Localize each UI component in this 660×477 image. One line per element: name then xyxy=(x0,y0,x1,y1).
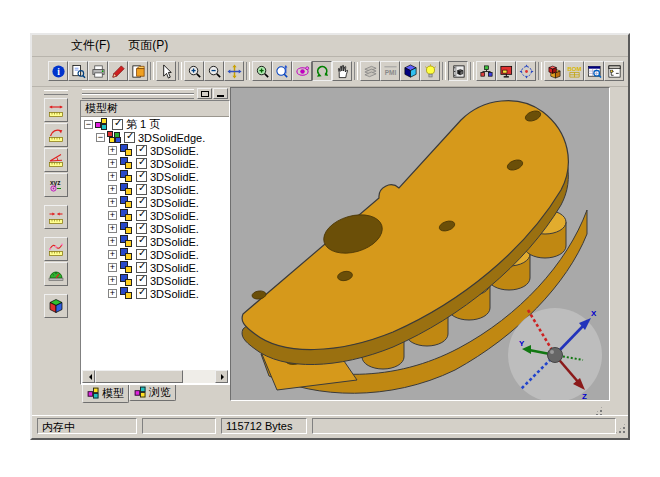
render-mode-button[interactable] xyxy=(400,61,420,81)
info-button[interactable]: i xyxy=(48,61,68,81)
menu-file[interactable]: 文件(F) xyxy=(62,35,119,56)
toolbar-gripper[interactable] xyxy=(44,90,68,95)
visibility-checkbox[interactable] xyxy=(136,249,147,260)
zoom-out-button[interactable] xyxy=(204,61,224,81)
pan-hand-button[interactable] xyxy=(332,61,352,81)
tree-row-assembly[interactable]: 3DSolidEdge. xyxy=(81,131,229,144)
collapse-icon[interactable] xyxy=(96,133,105,142)
tree-row-part[interactable]: 3DSolidE. xyxy=(81,157,229,170)
visibility-checkbox[interactable] xyxy=(136,184,147,195)
visibility-checkbox[interactable] xyxy=(112,119,123,130)
visibility-checkbox[interactable] xyxy=(136,223,147,234)
panel-float-button[interactable] xyxy=(197,88,212,99)
gauge-button[interactable] xyxy=(44,262,68,286)
scroll-left-button[interactable] xyxy=(82,370,95,383)
tree-label: 3DSolidEdge. xyxy=(138,132,205,144)
tree-row-part[interactable]: 3DSolidE. xyxy=(81,222,229,235)
rotate-view-button[interactable] xyxy=(312,61,332,81)
pmi-button[interactable]: PMI xyxy=(380,61,400,81)
color-cube-button[interactable] xyxy=(44,294,68,318)
orbit-button[interactable] xyxy=(292,61,312,81)
tab-browse[interactable]: 浏览 xyxy=(129,385,176,401)
visibility-checkbox[interactable] xyxy=(136,262,147,273)
tree-label: 3DSolidE. xyxy=(150,275,199,287)
dimension-angle-button[interactable] xyxy=(44,148,68,172)
notebook-view-button[interactable] xyxy=(448,61,468,81)
layers-button[interactable] xyxy=(360,61,380,81)
zoom-dynamic-button[interactable] xyxy=(272,61,292,81)
tree-row-part[interactable]: 3DSolidE. xyxy=(81,261,229,274)
visibility-checkbox[interactable] xyxy=(136,210,147,221)
expand-icon[interactable] xyxy=(108,237,117,246)
expand-icon[interactable] xyxy=(108,211,117,220)
dimension-linear-button[interactable] xyxy=(44,98,68,122)
tree-row-part[interactable]: 3DSolidE. xyxy=(81,196,229,209)
visibility-checkbox[interactable] xyxy=(136,145,147,156)
tree-row-page[interactable]: 第 1 页 xyxy=(81,118,229,131)
print-preview-button[interactable] xyxy=(68,61,88,81)
expand-icon[interactable] xyxy=(108,250,117,259)
visibility-checkbox[interactable] xyxy=(136,158,147,169)
export-image-button[interactable] xyxy=(128,61,148,81)
markup-pencil-button[interactable] xyxy=(108,61,128,81)
viewport[interactable]: X Y Z xyxy=(230,87,610,401)
tree-row-part[interactable]: 3DSolidE. xyxy=(81,209,229,222)
assembly-button[interactable] xyxy=(544,61,564,81)
tree-row-part[interactable]: 3DSolidE. xyxy=(81,183,229,196)
part-icon xyxy=(119,170,134,183)
dimension-curve-button[interactable] xyxy=(44,237,68,261)
coordinate-xyz-icon: xyz xyxy=(48,177,64,193)
expand-icon[interactable] xyxy=(108,185,117,194)
model-tree-button[interactable] xyxy=(476,61,496,81)
rotate-center-button[interactable] xyxy=(516,61,536,81)
toolbar-separator xyxy=(470,62,474,80)
expand-icon[interactable] xyxy=(108,172,117,181)
scrollbar-thumb[interactable] xyxy=(95,370,183,383)
dimension-linear-icon xyxy=(48,102,64,118)
expand-icon[interactable] xyxy=(108,224,117,233)
tree-row-part[interactable]: 3DSolidE. xyxy=(81,248,229,261)
expand-icon[interactable] xyxy=(108,263,117,272)
expand-icon[interactable] xyxy=(108,198,117,207)
axis-trackball[interactable]: X Y Z xyxy=(508,308,602,400)
tab-label: 浏览 xyxy=(149,385,171,400)
expand-icon[interactable] xyxy=(108,159,117,168)
expand-icon[interactable] xyxy=(108,146,117,155)
visibility-checkbox[interactable] xyxy=(124,132,135,143)
collapse-icon[interactable] xyxy=(84,120,93,129)
expand-icon[interactable] xyxy=(108,276,117,285)
lighting-button[interactable] xyxy=(420,61,440,81)
visibility-checkbox[interactable] xyxy=(136,171,147,182)
expand-icon[interactable] xyxy=(108,289,117,298)
redline-display-icon xyxy=(499,64,514,79)
redline-display-button[interactable] xyxy=(496,61,516,81)
tree-row-part[interactable]: 3DSolidE. xyxy=(81,235,229,248)
toolbar-separator xyxy=(354,62,358,80)
visibility-checkbox[interactable] xyxy=(136,288,147,299)
tab-model[interactable]: 模型 xyxy=(82,385,129,403)
panel-hide-button[interactable] xyxy=(213,88,228,99)
coordinate-xyz-button[interactable]: xyz xyxy=(44,173,68,197)
menu-page[interactable]: 页面(P) xyxy=(119,35,177,56)
scroll-right-button[interactable] xyxy=(215,370,228,383)
viewport-canvas[interactable]: X Y Z xyxy=(231,88,609,400)
table-search-button[interactable] xyxy=(584,61,604,81)
print-button[interactable] xyxy=(88,61,108,81)
tree-row-part[interactable]: 3DSolidE. xyxy=(81,287,229,300)
tree-row-part[interactable]: 3DSolidE. xyxy=(81,274,229,287)
pan-button[interactable] xyxy=(224,61,244,81)
select-cursor-button[interactable] xyxy=(156,61,176,81)
visibility-checkbox[interactable] xyxy=(136,197,147,208)
dimension-radius-button[interactable] xyxy=(44,123,68,147)
panel-gripper[interactable] xyxy=(82,94,194,99)
visibility-checkbox[interactable] xyxy=(136,275,147,286)
bom-button[interactable]: BOM xyxy=(564,61,584,81)
tree-row-part[interactable]: 3DSolidE. xyxy=(81,144,229,157)
tree-label: 3DSolidE. xyxy=(150,262,199,274)
structure-view-button[interactable] xyxy=(604,61,624,81)
tree-row-part[interactable]: 3DSolidE. xyxy=(81,170,229,183)
zoom-in-button[interactable] xyxy=(184,61,204,81)
visibility-checkbox[interactable] xyxy=(136,236,147,247)
zoom-window-button[interactable] xyxy=(252,61,272,81)
dimension-distance-button[interactable] xyxy=(44,205,68,229)
